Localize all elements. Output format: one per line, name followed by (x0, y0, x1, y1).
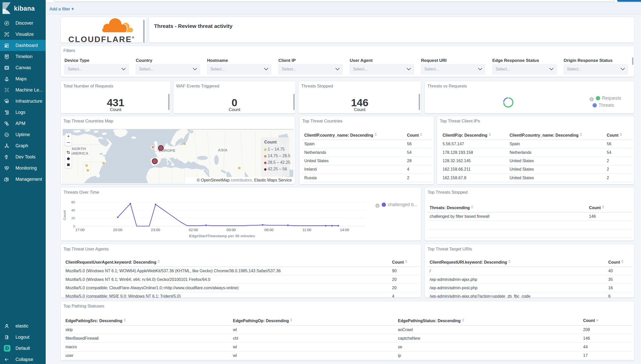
svg-text:40: 40 (71, 208, 75, 212)
svg-text:23:00: 23:00 (151, 228, 160, 232)
svg-text:NORTH: NORTH (72, 147, 86, 151)
svg-text:05:00: 05:00 (227, 228, 236, 232)
svg-text:60: 60 (71, 200, 75, 204)
svg-text:17:00: 17:00 (75, 228, 85, 232)
svg-text:20: 20 (71, 216, 75, 220)
svg-text:11:00: 11:00 (302, 228, 311, 232)
svg-text:ASIA: ASIA (218, 148, 228, 152)
svg-text:AMERICA: AMERICA (70, 151, 89, 155)
svg-text:20:00: 20:00 (113, 228, 122, 232)
svg-text:08:00: 08:00 (264, 228, 274, 232)
svg-text:Count: Count (63, 210, 66, 220)
svg-text:02:00: 02:00 (189, 228, 198, 232)
svg-text:EdgeStartTimestamp per 30 minu: EdgeStartTimestamp per 30 minutes (189, 234, 255, 238)
svg-text:0: 0 (73, 224, 75, 228)
svg-text:14:00: 14:00 (340, 228, 349, 232)
